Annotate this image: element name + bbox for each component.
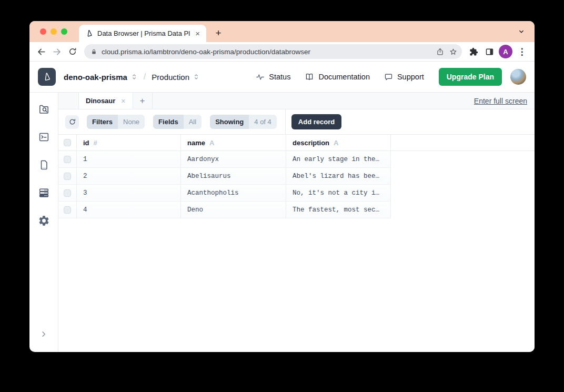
enter-fullscreen-link[interactable]: Enter full screen [474, 97, 527, 105]
app-body: Dinosaur × + Enter full screen Filters N… [29, 93, 535, 352]
browser-titlebar: Data Browser | Prisma Data Pla × + [29, 21, 535, 42]
cell-description[interactable]: The fastest, most sec… [286, 202, 391, 218]
showing-control[interactable]: Showing 4 of 4 [210, 115, 277, 129]
tab-close-icon[interactable]: × [194, 29, 201, 37]
chrome-profile-avatar[interactable]: A [499, 45, 512, 58]
column-header-description[interactable]: description A [286, 135, 391, 150]
book-icon [305, 72, 314, 82]
project-selector[interactable]: deno-oak-prisma [64, 73, 127, 82]
sidebar-item-query-console[interactable] [37, 130, 50, 143]
chat-bubble-icon [384, 73, 393, 82]
row-checkbox[interactable] [64, 156, 71, 163]
nav-support-link[interactable]: Support [384, 73, 424, 82]
nav-status-label: Status [269, 73, 290, 81]
select-all-checkbox[interactable] [64, 139, 71, 146]
chrome-toolbar: cloud.prisma.io/lambtron/deno-oak-prisma… [29, 42, 535, 62]
cell-description[interactable]: Abel's lizard has bee… [286, 168, 391, 184]
nav-status-link[interactable]: Status [256, 73, 290, 82]
extensions-puzzle-icon[interactable] [466, 44, 481, 59]
tab-dinosaur[interactable]: Dinosaur × [78, 93, 133, 109]
user-avatar[interactable] [510, 69, 526, 85]
sidebar-item-schema-file[interactable] [37, 158, 50, 171]
add-tab-button[interactable]: + [133, 93, 153, 109]
minimize-window-button[interactable] [51, 28, 57, 35]
cell-description[interactable]: No, it's not a city i… [286, 185, 391, 201]
environment-selector[interactable]: Production [152, 73, 189, 82]
select-all-cell [58, 135, 77, 150]
grid-toolbar: Filters None Fields All Showing 4 of 4 A… [58, 109, 535, 135]
sidebar-item-databases[interactable] [37, 186, 50, 199]
showing-label: Showing [210, 115, 249, 129]
nav-documentation-label: Documentation [318, 73, 370, 81]
refresh-button[interactable] [65, 115, 79, 129]
filters-control[interactable]: Filters None [87, 115, 145, 129]
cell-description[interactable]: An early stage in the… [286, 151, 391, 167]
traffic-lights [40, 28, 67, 35]
string-type-icon: A [209, 139, 214, 147]
cell-name[interactable]: Deno [181, 202, 286, 218]
row-checkbox[interactable] [64, 206, 71, 214]
breadcrumb-separator: / [144, 72, 146, 82]
filters-value: None [118, 115, 145, 129]
app-header: deno-oak-prisma / Production Status Docu… [29, 62, 535, 93]
cell-id[interactable]: 3 [77, 185, 181, 201]
cell-id[interactable]: 2 [77, 168, 181, 184]
close-window-button[interactable] [40, 28, 46, 35]
main-content: Dinosaur × + Enter full screen Filters N… [58, 93, 535, 352]
column-header-name[interactable]: name A [181, 135, 286, 150]
browser-tab-title: Data Browser | Prisma Data Pla [97, 29, 190, 37]
int-type-icon: # [94, 139, 97, 147]
upgrade-plan-button[interactable]: Upgrade Plan [439, 68, 502, 86]
grid-header-row: id # name A description A [58, 135, 535, 151]
url-text: cloud.prisma.io/lambtron/deno-oak-prisma… [102, 48, 431, 56]
bookmark-star-icon[interactable] [449, 47, 458, 56]
environment-selector-chevrons-icon[interactable] [193, 73, 200, 81]
reload-icon[interactable] [65, 44, 80, 59]
string-type-icon: A [334, 139, 338, 147]
data-grid: id # name A description A 1 Aardony [58, 135, 535, 352]
lock-icon [90, 48, 97, 55]
tab-search-chevron-icon[interactable] [518, 28, 525, 35]
toolbar-divider [285, 109, 286, 134]
header-right: Status Documentation Support Upgrade Pla… [241, 68, 526, 86]
sidebar-item-settings[interactable] [37, 214, 50, 227]
prisma-logo[interactable] [38, 68, 56, 86]
fields-control[interactable]: Fields All [153, 115, 202, 129]
zoom-window-button[interactable] [61, 28, 67, 35]
nav-support-label: Support [397, 73, 424, 81]
new-tab-button[interactable]: + [212, 27, 225, 39]
row-checkbox[interactable] [64, 189, 71, 197]
table-row: 4 Deno The fastest, most sec… [58, 202, 391, 218]
side-panel-icon[interactable] [482, 44, 497, 59]
address-bar[interactable]: cloud.prisma.io/lambtron/deno-oak-prisma… [84, 44, 462, 59]
table-row: 1 Aardonyx An early stage in the… [58, 151, 391, 168]
showing-value: 4 of 4 [249, 115, 277, 129]
cell-name[interactable]: Abelisaurus [181, 168, 286, 184]
forward-icon[interactable] [49, 44, 64, 59]
nav-documentation-link[interactable]: Documentation [305, 72, 370, 82]
prisma-favicon-icon [85, 29, 93, 37]
column-header-id[interactable]: id # [77, 135, 181, 150]
project-selector-chevrons-icon[interactable] [130, 73, 138, 81]
cell-id[interactable]: 4 [77, 202, 181, 218]
cell-name[interactable]: Aardonyx [181, 151, 286, 167]
browser-window: Data Browser | Prisma Data Pla × + cloud… [29, 21, 535, 352]
table-row: 2 Abelisaurus Abel's lizard has bee… [58, 168, 391, 185]
cell-id[interactable]: 1 [77, 151, 181, 167]
cell-name[interactable]: Acanthopholis [181, 185, 286, 201]
filters-label: Filters [87, 115, 118, 129]
add-record-button[interactable]: Add record [291, 114, 341, 129]
sidebar-item-data-browser[interactable] [37, 103, 50, 115]
share-icon[interactable] [436, 47, 445, 56]
table-row: 3 Acanthopholis No, it's not a city i… [58, 185, 391, 202]
fields-label: Fields [153, 115, 184, 129]
row-checkbox[interactable] [64, 173, 71, 180]
tab-dinosaur-label: Dinosaur [86, 97, 115, 105]
sidebar-expand-chevron-icon[interactable] [37, 328, 50, 340]
browser-tab[interactable]: Data Browser | Prisma Data Pla × [79, 25, 206, 42]
back-icon[interactable] [34, 44, 48, 59]
chrome-menu-kebab-icon[interactable]: ⋮ [515, 44, 529, 59]
fields-value: All [184, 115, 202, 129]
status-pulse-icon [256, 73, 265, 82]
tab-dinosaur-close-icon[interactable]: × [121, 97, 125, 105]
